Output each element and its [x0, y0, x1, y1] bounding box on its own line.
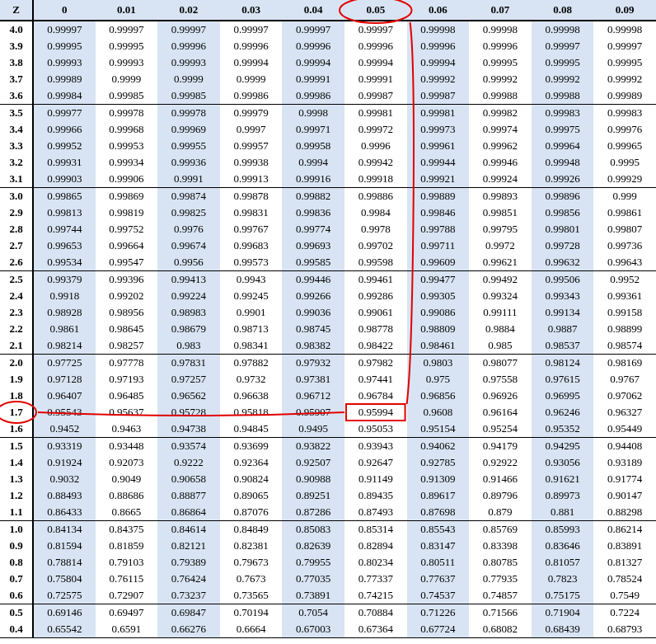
- cell: 0.9997: [220, 121, 283, 138]
- z-label: 0.4: [0, 621, 33, 638]
- cell: 0.91774: [593, 471, 656, 487]
- cell: 0.99965: [593, 138, 656, 154]
- cell: 0.7549: [593, 587, 656, 604]
- cell: 0.81859: [96, 538, 158, 554]
- table-body: 4.00.999970.999970.999970.999970.999970.…: [0, 21, 656, 638]
- table-row: 3.20.999310.999340.999360.999380.99940.9…: [0, 154, 656, 171]
- cell: 0.99998: [469, 21, 532, 38]
- cell: 0.80511: [407, 554, 470, 571]
- cell: 0.95637: [96, 404, 158, 421]
- cell: 0.99896: [532, 188, 594, 205]
- cell: 0.98983: [157, 304, 220, 321]
- cell: 0.9995: [593, 154, 656, 171]
- cell: 0.99969: [157, 121, 220, 138]
- cell: 0.78524: [593, 571, 656, 587]
- cell: 0.85993: [532, 521, 594, 538]
- cell: 0.99621: [469, 254, 532, 271]
- cell: 0.99988: [469, 87, 532, 105]
- cell: 0.8665: [96, 504, 158, 521]
- cell: 0.99996: [407, 38, 470, 54]
- cell: 0.70884: [344, 604, 407, 622]
- cell: 0.99869: [96, 188, 158, 205]
- cell: 0.99996: [469, 38, 532, 54]
- cell: 0.7823: [532, 571, 594, 587]
- cell: 0.96712: [282, 388, 344, 404]
- z-label: 1.5: [0, 438, 33, 455]
- cell: 0.99609: [407, 254, 470, 271]
- cell: 0.99961: [407, 138, 470, 154]
- cell: 0.81327: [593, 554, 656, 571]
- cell: 0.98778: [344, 321, 407, 337]
- table-row: 2.00.977250.977780.978310.978820.979320.…: [0, 355, 656, 372]
- cell: 0.82121: [157, 538, 220, 554]
- z-label: 0.8: [0, 554, 33, 571]
- cell: 0.81057: [532, 554, 594, 571]
- table-row: 3.50.999770.999780.999780.999790.99980.9…: [0, 105, 656, 122]
- cell: 0.99801: [532, 221, 594, 237]
- cell: 0.99831: [220, 204, 283, 221]
- cell: 0.91621: [532, 471, 594, 487]
- cell: 0.99585: [282, 254, 344, 271]
- cell: 0.91466: [469, 471, 532, 487]
- cell: 0.99492: [469, 271, 532, 289]
- cell: 0.94845: [220, 421, 283, 438]
- table-row: 1.40.919240.920730.92220.923640.925070.9…: [0, 454, 656, 471]
- cell: 0.99477: [407, 271, 470, 289]
- cell: 0.99997: [220, 21, 283, 38]
- cell: 0.99807: [593, 221, 656, 237]
- z-label: 1.4: [0, 454, 33, 471]
- cell: 0.99752: [96, 221, 158, 237]
- z-label: 3.9: [0, 38, 33, 54]
- cell: 0.72907: [96, 587, 158, 604]
- cell: 0.92073: [96, 454, 158, 471]
- cell: 0.99978: [96, 105, 158, 122]
- cell: 0.99461: [344, 271, 407, 289]
- cell: 0.99996: [282, 38, 344, 54]
- cell: 0.99286: [344, 288, 407, 304]
- cell: 0.99889: [407, 188, 470, 205]
- cell: 0.81594: [33, 538, 96, 554]
- cell: 0.82381: [220, 538, 283, 554]
- cell: 0.97257: [157, 371, 220, 388]
- z-label: 0.5: [0, 604, 33, 622]
- cell: 0.99993: [96, 54, 158, 71]
- table-row: 4.00.999970.999970.999970.999970.999970.…: [0, 21, 656, 38]
- cell: 0.99997: [157, 21, 220, 38]
- cell: 0.98341: [220, 337, 283, 355]
- table-row: 3.30.999520.999530.999550.999570.999580.…: [0, 138, 656, 154]
- table-row: 0.40.655420.65910.662760.66640.670030.67…: [0, 621, 656, 638]
- cell: 0.99343: [532, 288, 594, 304]
- z-label: 2.2: [0, 321, 33, 337]
- cell: 0.99968: [96, 121, 158, 138]
- cell: 0.99856: [532, 204, 594, 221]
- cell: 0.9032: [33, 471, 96, 487]
- cell: 0.99987: [407, 87, 470, 105]
- cell: 0.9998: [282, 105, 344, 122]
- table-row: 3.80.999930.999930.999930.999940.999940.…: [0, 54, 656, 71]
- header-col: 0.07: [469, 0, 532, 21]
- cell: 0.89251: [282, 487, 344, 504]
- table-row: 2.70.996530.996640.996740.996830.996930.…: [0, 237, 656, 254]
- cell: 0.97982: [344, 355, 407, 372]
- z-label: 1.1: [0, 504, 33, 521]
- header-col: 0.01: [96, 0, 158, 21]
- cell: 0.99846: [407, 204, 470, 221]
- table-row: 3.90.999950.999950.999960.999960.999960.…: [0, 38, 656, 54]
- cell: 0.9887: [532, 321, 594, 337]
- cell: 0.97441: [344, 371, 407, 388]
- table-row: 2.30.989280.989560.989830.99010.990360.9…: [0, 304, 656, 321]
- cell: 0.9732: [220, 371, 283, 388]
- cell: 0.99878: [220, 188, 283, 205]
- z-label: 3.8: [0, 54, 33, 71]
- header-row: Z00.010.020.030.040.050.060.070.080.09: [0, 0, 656, 21]
- cell: 0.99111: [469, 304, 532, 321]
- cell: 0.9984: [344, 204, 407, 221]
- cell: 0.9918: [33, 288, 96, 304]
- z-label: 1.0: [0, 521, 33, 538]
- header-col: 0: [33, 0, 96, 21]
- cell: 0.95352: [532, 421, 594, 438]
- cell: 0.9463: [96, 421, 158, 438]
- cell: 0.9608: [407, 404, 470, 421]
- cell: 0.99948: [532, 154, 594, 171]
- cell: 0.91309: [407, 471, 470, 487]
